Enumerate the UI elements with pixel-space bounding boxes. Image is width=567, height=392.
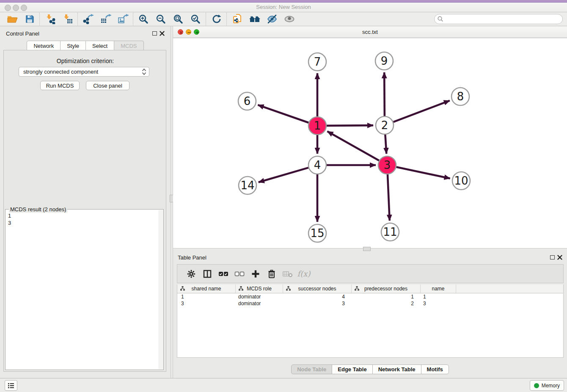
column-header-label: successor nodes xyxy=(298,286,336,292)
import-table-icon[interactable] xyxy=(59,13,76,25)
float-table-panel-icon[interactable] xyxy=(550,255,555,259)
toolbar-separator xyxy=(133,13,134,25)
close-panel-icon[interactable] xyxy=(160,31,165,36)
graph-edge-3-11[interactable] xyxy=(388,174,390,221)
horizontal-splitter-grip[interactable] xyxy=(363,247,371,251)
optimization-criterion-label: Optimization criterion: xyxy=(0,58,171,64)
mcds-result-text[interactable]: 13 xyxy=(6,211,158,370)
result-line: 1 xyxy=(8,212,155,219)
network-window-title: scc.txt xyxy=(173,29,567,35)
search-icon xyxy=(438,16,443,22)
function-builder-icon[interactable]: f(x) xyxy=(296,267,312,281)
select-all-columns-icon[interactable] xyxy=(215,267,231,281)
column-header-shared-name[interactable]: shared name xyxy=(177,284,236,293)
tab-motifs[interactable]: Motifs xyxy=(421,364,449,374)
sort-column-icon xyxy=(286,286,291,291)
zoom-out-icon[interactable] xyxy=(152,13,170,25)
cell-mcds-role[interactable]: dominator xyxy=(236,300,283,307)
graph-edge-2-8[interactable] xyxy=(394,101,450,122)
export-table-icon[interactable] xyxy=(97,13,114,25)
table-header-row: shared nameMCDS rolesuccessor nodesprede… xyxy=(177,284,563,293)
criterion-value: strongly connected component xyxy=(23,69,142,75)
sort-column-icon xyxy=(180,286,185,291)
graph-edge-4-14[interactable] xyxy=(259,168,308,182)
graph-node-label-11: 11 xyxy=(383,226,397,238)
graph-node-label-1: 1 xyxy=(314,119,321,132)
tab-node-table[interactable]: Node Table xyxy=(291,364,332,374)
search-input[interactable] xyxy=(434,14,563,24)
graph-node-label-2: 2 xyxy=(381,119,388,132)
node-table: shared nameMCDS rolesuccessor nodesprede… xyxy=(177,284,564,358)
column-header-successor-nodes[interactable]: successor nodes xyxy=(283,284,352,293)
graph-edge-1-2[interactable] xyxy=(327,125,373,126)
import-network-icon[interactable] xyxy=(41,13,59,25)
close-panel-button[interactable]: Close panel xyxy=(86,81,129,90)
graph-edge-3-10[interactable] xyxy=(396,167,450,179)
run-mcds-button[interactable]: Run MCDS xyxy=(40,81,80,90)
table-body: 1dominator4113dominator323 xyxy=(177,293,563,307)
show-column-icon[interactable] xyxy=(199,267,215,281)
save-session-icon[interactable] xyxy=(21,13,38,25)
table-row[interactable]: 3dominator323 xyxy=(177,300,563,307)
column-header-predecessor-nodes[interactable]: predecessor nodes xyxy=(352,284,421,293)
clone-network-icon[interactable] xyxy=(228,13,246,25)
cell-shared-name[interactable]: 1 xyxy=(177,293,236,300)
mcds-result-box: MCDS result (2 nodes) 13 xyxy=(5,209,164,370)
sort-column-icon xyxy=(355,286,359,291)
network-window-titlebar: scc.txt xyxy=(173,26,567,38)
zoom-selected-icon[interactable] xyxy=(187,13,204,25)
open-session-icon[interactable] xyxy=(3,13,21,25)
table-row[interactable]: 1dominator411 xyxy=(177,293,563,300)
unselect-all-columns-icon[interactable] xyxy=(231,267,248,281)
cell-successor-nodes[interactable]: 3 xyxy=(283,300,352,307)
delete-row-trash-icon[interactable] xyxy=(264,267,280,281)
memory-button[interactable]: Memory xyxy=(530,380,564,391)
table-toolbar: f(x) xyxy=(177,264,564,283)
graph-edge-1-6[interactable] xyxy=(258,105,308,123)
task-history-button[interactable] xyxy=(5,380,17,391)
network-view-window: scc.txt 7968124314101511 xyxy=(173,26,567,251)
close-table-panel-icon[interactable] xyxy=(557,255,562,260)
memory-label: Memory xyxy=(542,383,560,389)
export-network-icon[interactable] xyxy=(80,13,97,25)
home-icon[interactable] xyxy=(246,13,263,25)
criterion-dropdown[interactable]: strongly connected component xyxy=(19,67,149,77)
graph-node-label-9: 9 xyxy=(381,55,388,67)
graph-node-label-15: 15 xyxy=(310,227,324,240)
tab-edge-table[interactable]: Edge Table xyxy=(332,364,372,374)
table-panel-title: Table Panel xyxy=(178,254,206,261)
add-row-icon[interactable] xyxy=(248,267,264,281)
hide-selected-eye-icon[interactable] xyxy=(263,13,281,25)
titlebar: Session: New Session xyxy=(0,3,567,12)
cell-name[interactable]: 1 xyxy=(421,293,456,300)
graph-edge-3-1[interactable] xyxy=(328,131,379,160)
cell-predecessor-nodes[interactable]: 1 xyxy=(352,293,421,300)
tab-network-table[interactable]: Network Table xyxy=(372,364,421,374)
result-scrollbar[interactable] xyxy=(158,210,163,369)
graph-edge-2-3[interactable] xyxy=(385,135,386,154)
settings-gear-icon[interactable] xyxy=(183,267,199,281)
float-panel-icon[interactable] xyxy=(152,31,157,36)
cell-successor-nodes[interactable]: 4 xyxy=(283,293,352,300)
cell-shared-name[interactable]: 3 xyxy=(177,300,236,307)
zoom-in-icon[interactable] xyxy=(135,13,152,25)
show-all-eye-icon[interactable] xyxy=(281,13,298,25)
refresh-layout-icon[interactable] xyxy=(208,13,225,25)
graph-edge-2-9[interactable] xyxy=(384,72,385,116)
table-panel: Table Panel xyxy=(173,251,567,378)
column-header-mcds-role[interactable]: MCDS role xyxy=(236,284,283,293)
cell-name[interactable]: 3 xyxy=(421,300,456,307)
main-toolbar xyxy=(0,12,567,26)
delete-table-icon[interactable] xyxy=(280,267,296,281)
zoom-fit-icon[interactable] xyxy=(170,13,187,25)
cell-mcds-role[interactable]: dominator xyxy=(236,293,283,300)
column-header-name[interactable]: name xyxy=(421,284,456,293)
sort-column-icon xyxy=(239,286,243,291)
status-bar: Memory xyxy=(0,378,567,392)
result-line: 3 xyxy=(8,219,155,226)
cell-predecessor-nodes[interactable]: 2 xyxy=(352,300,421,307)
graph-node-label-3: 3 xyxy=(384,159,391,171)
network-canvas[interactable]: 7968124314101511 xyxy=(173,38,567,248)
export-image-icon[interactable] xyxy=(114,13,132,25)
column-header-label: predecessor nodes xyxy=(364,286,407,292)
